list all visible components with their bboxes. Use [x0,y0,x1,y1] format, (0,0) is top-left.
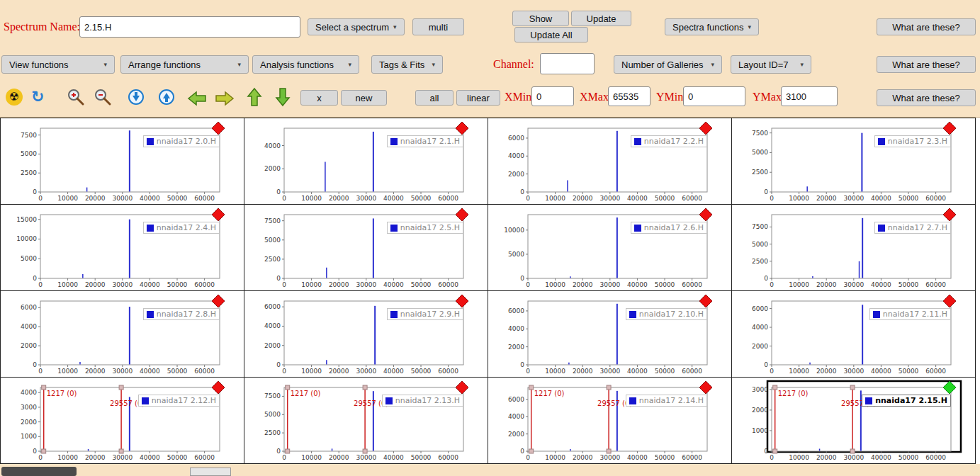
spectrum-plot-nnaida17-2.2.H[interactable]: 0100002000030000400005000060000020004000… [488,118,732,205]
svg-text:10000: 10000 [57,368,78,375]
select-spectrum-button[interactable]: Select a spectrum ▾ [308,18,405,35]
partial-control-2[interactable] [190,468,231,476]
legend-swatch-icon [390,138,398,145]
svg-text:20000: 20000 [85,281,106,288]
svg-text:0: 0 [33,448,37,455]
spectrum-plot-nnaida17-2.13.H[interactable]: 0100002000030000400005000060000025005000… [244,378,488,464]
spectrum-plot-nnaida17-2.7.H[interactable]: 0100002000030000400005000060000025005000… [732,205,976,291]
update-button[interactable]: Update [571,11,631,26]
radiation-icon[interactable]: ☢ [6,89,23,106]
next-arrow-icon[interactable] [215,91,235,106]
all-button-label: all [429,93,439,103]
legend-label: nnaida17 2.0.H [157,137,216,146]
partial-control-1[interactable] [1,467,77,476]
svg-text:5000: 5000 [21,255,37,262]
arrange-functions-label: Arrange functions [128,60,201,70]
refresh-glyph: ↻ [31,88,44,106]
what-are-these-button-1[interactable]: What are these? [877,18,976,35]
svg-text:60000: 60000 [682,454,702,461]
svg-text:10000: 10000 [545,195,565,202]
multi-button[interactable]: multi [412,18,464,35]
ymax-input[interactable] [781,86,838,106]
refresh-icon[interactable]: ↻ [31,89,44,106]
svg-text:30000: 30000 [112,195,133,202]
arrange-functions-button[interactable]: Arrange functions ▾ [120,55,249,74]
x-button[interactable]: x [300,90,338,106]
ymin-input[interactable] [683,86,745,106]
svg-text:0: 0 [33,361,37,368]
legend-label: nnaida17 2.10.H [639,310,704,319]
spectrum-plot-nnaida17-2.8.H[interactable]: 0100002000030000400005000060000020004000… [1,291,244,378]
chevron-down-icon: ▾ [800,62,804,68]
show-label: Show [529,13,553,24]
spectrum-plot-nnaida17-2.3.H[interactable]: 0100002000030000400005000060000025005000… [732,118,976,205]
up-arrow-icon[interactable] [247,87,262,107]
svg-text:4000: 4000 [21,323,37,330]
spectrum-plot-nnaida17-2.6.H[interactable]: 0100002000030000400005000060000050001000… [488,205,732,291]
svg-text:20000: 20000 [329,195,349,202]
analysis-functions-button[interactable]: Analysis functions ▾ [252,55,359,74]
down-arrow-icon[interactable] [275,87,291,107]
what-are-these-button-3[interactable]: What are these? [877,89,976,106]
channel-input[interactable] [540,53,595,74]
svg-text:40000: 40000 [383,195,404,202]
legend-label: nnaida17 2.8.H [157,310,216,319]
prev-arrow-icon[interactable] [187,91,207,106]
spectrum-name-input[interactable] [79,16,300,38]
spectrum-plot-nnaida17-2.14.H[interactable]: 0100002000030000400005000060000020004000… [488,378,732,464]
chevron-down-icon: ▾ [348,62,351,68]
svg-text:40000: 40000 [140,281,160,288]
ymax-label: YMax [753,91,782,103]
svg-text:50000: 50000 [655,454,675,461]
svg-text:4000: 4000 [264,142,281,149]
svg-text:0: 0 [33,275,37,282]
view-functions-button[interactable]: View functions ▾ [1,55,115,74]
svg-text:40000: 40000 [871,368,891,375]
new-button[interactable]: new [341,90,387,106]
svg-text:20000: 20000 [816,368,837,375]
zoom-in-icon[interactable] [67,88,85,106]
svg-text:60000: 60000 [438,195,458,202]
svg-text:10000: 10000 [545,454,565,461]
show-button[interactable]: Show [512,11,569,26]
spectrum-plot-nnaida17-2.1.H[interactable]: 0100002000030000400005000060000020004000… [244,118,488,205]
spectrum-plot-nnaida17-2.11.H[interactable]: 0100002000030000400005000060000020004000… [732,291,976,378]
number-of-galleries-button[interactable]: Number of Galleries ▾ [614,55,722,74]
svg-text:30000: 30000 [112,281,133,288]
svg-text:40000: 40000 [871,195,891,202]
svg-text:60000: 60000 [438,368,458,375]
svg-text:0: 0 [276,275,281,282]
spectrum-plot-nnaida17-2.12.H[interactable]: 0100002000030000400005000060000010002000… [1,378,244,464]
legend-label: nnaida17 2.7.H [888,223,947,232]
zoom-out-icon[interactable] [94,88,112,106]
what-are-these-label: What are these? [892,22,959,33]
update-all-button[interactable]: Update All [514,27,588,42]
spectra-functions-button[interactable]: Spectra functions ▾ [665,18,759,35]
xmax-input[interactable] [608,86,650,106]
legend: nnaida17 2.7.H [874,222,951,234]
legend: nnaida17 2.1.H [387,135,463,147]
spectrum-plot-nnaida17-2.9.H[interactable]: 0100002000030000400005000060000020004000… [244,291,488,378]
analysis-functions-label: Analysis functions [260,60,334,70]
scroll-up-icon[interactable] [158,89,175,106]
legend-swatch-icon [142,397,149,404]
spectrum-plot-nnaida17-2.10.H[interactable]: 0100002000030000400005000060000020004000… [488,291,732,378]
view-functions-label: View functions [9,60,69,70]
multi-label: multi [429,22,448,33]
svg-text:0: 0 [770,281,774,288]
what-are-these-button-2[interactable]: What are these? [877,56,976,73]
tags-fits-button[interactable]: Tags & Fits ▾ [371,55,443,74]
all-button[interactable]: all [415,90,454,106]
xmin-input[interactable] [531,86,574,106]
linear-button[interactable]: linear [456,90,500,106]
svg-text:2000: 2000 [264,342,281,349]
spectrum-plot-nnaida17-2.5.H[interactable]: 0100002000030000400005000060000025005000… [244,205,488,291]
legend-swatch-icon [634,225,641,232]
svg-text:60000: 60000 [925,368,946,375]
spectrum-plot-nnaida17-2.15.H[interactable]: 0100002000030000400005000060000010002000… [732,378,976,464]
layout-id-button[interactable]: Layout ID=7 ▾ [731,55,811,74]
layout-id-label: Layout ID=7 [738,60,788,70]
scroll-down-icon[interactable] [128,89,145,106]
spectrum-plot-nnaida17-2.4.H[interactable]: 0100002000030000400005000060000050001000… [1,205,244,291]
spectrum-plot-nnaida17-2.0.H[interactable]: 0100002000030000400005000060000025005000… [1,118,244,205]
